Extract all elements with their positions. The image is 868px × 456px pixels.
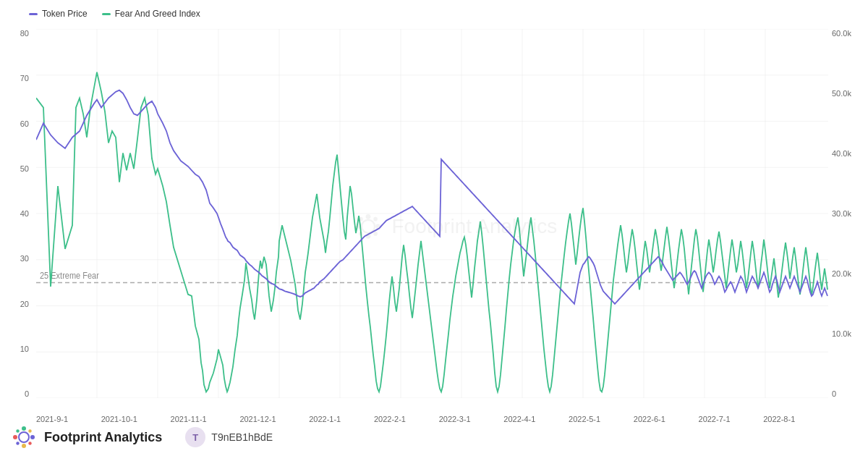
y-axis-right: 60.0k 50.0k 40.0k 30.0k 20.0k 10.0k 0	[828, 29, 868, 398]
svg-point-33	[22, 426, 26, 431]
legend-token-price: Token Price	[29, 9, 88, 19]
svg-point-39	[16, 442, 19, 444]
svg-point-38	[28, 429, 31, 432]
fear-greed-legend-dot	[102, 13, 111, 15]
x-axis: 2021-9-1 2021-10-1 2021-11-1 2021-12-1 2…	[36, 415, 828, 423]
token-price-legend-dot	[29, 13, 38, 15]
chart-area: 25 Extreme Fear	[36, 29, 828, 398]
token-id-text: T9nEB1hBdE	[211, 431, 273, 443]
footer-token: T T9nEB1hBdE	[185, 427, 273, 447]
svg-point-32	[19, 432, 29, 442]
footer: Footprint Analytics T T9nEB1hBdE	[11, 424, 857, 450]
svg-point-36	[30, 435, 35, 439]
svg-point-35	[13, 435, 17, 439]
svg-text:25 Extreme Fear: 25 Extreme Fear	[40, 271, 99, 280]
fear-greed-legend-label: Fear And Greed Index	[115, 9, 200, 19]
svg-point-37	[16, 429, 19, 432]
legend-fear-greed: Fear And Greed Index	[102, 9, 200, 19]
footer-logo-area: Footprint Analytics	[11, 424, 162, 450]
footer-logo-icon	[11, 424, 37, 450]
chart-svg: 25 Extreme Fear	[36, 29, 828, 398]
y-axis-left: 80 70 60 50 40 30 20 10 0	[0, 29, 33, 398]
chart-legend: Token Price Fear And Greed Index	[29, 9, 200, 19]
svg-point-34	[22, 444, 26, 448]
token-price-legend-label: Token Price	[42, 9, 88, 19]
fear-greed-line	[36, 72, 827, 392]
token-price-line	[36, 90, 827, 304]
svg-point-40	[28, 442, 31, 444]
chart-container: Token Price Fear And Greed Index 80 70 6…	[0, 0, 868, 456]
token-avatar: T	[185, 427, 205, 447]
footer-brand-name: Footprint Analytics	[44, 430, 162, 445]
